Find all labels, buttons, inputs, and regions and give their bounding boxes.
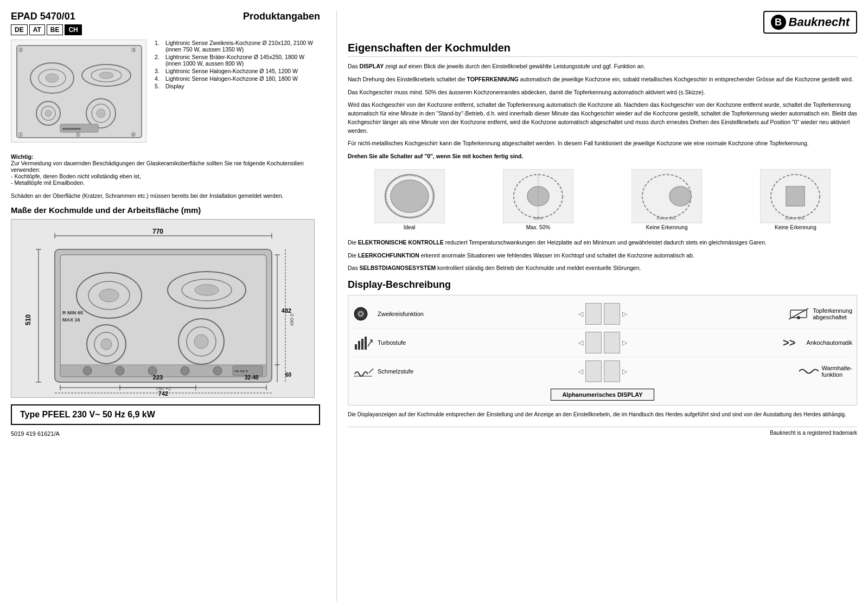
svg-point-44 bbox=[83, 366, 92, 375]
svg-text:③: ③ bbox=[131, 47, 136, 53]
svg-point-48 bbox=[213, 366, 222, 375]
svg-text:>>: >> bbox=[783, 337, 795, 349]
svg-text:MAX 16: MAX 16 bbox=[62, 317, 80, 323]
cookware-none1-img: Keine Erk. bbox=[631, 169, 702, 223]
doc-number: 5019 419 61621/A bbox=[11, 430, 320, 437]
topferkennung-off-label: Topferkennungabgeschaltet bbox=[813, 307, 852, 320]
warmhalte-icon bbox=[797, 363, 819, 379]
display-screen-1: ◁ ▷ bbox=[548, 303, 657, 325]
svg-point-42 bbox=[194, 334, 208, 349]
display-row-2-right: >> Ankochautomatik bbox=[657, 334, 853, 351]
svg-line-104 bbox=[369, 369, 373, 373]
svg-text:32-40: 32-40 bbox=[245, 375, 259, 381]
lang-be[interactable]: BE bbox=[47, 24, 63, 35]
topferkennung-off-icon bbox=[788, 306, 809, 322]
display-row-1-left: Zweikreisfunktion bbox=[353, 306, 548, 322]
svg-text:①: ① bbox=[18, 131, 23, 138]
feature-1: 1. Lightronic Sense Zweikreis-Kochzone Ø… bbox=[155, 40, 339, 53]
seg-display-3b bbox=[604, 360, 620, 382]
lang-at[interactable]: AT bbox=[29, 24, 45, 35]
svg-text:223: 223 bbox=[153, 374, 163, 381]
svg-point-17 bbox=[97, 109, 105, 118]
seg-display-1b bbox=[604, 303, 620, 325]
svg-text:750 +2: 750 +2 bbox=[156, 386, 171, 391]
para-selbst: Das SELBSTDIAGNOSESYSTEM kontrolliert st… bbox=[348, 264, 857, 273]
footer-note: Die Displayanzeigen auf der Kochmulde en… bbox=[348, 411, 857, 418]
feature-2: 2. Lightronic Sense Bräter-Kochzone Ø 14… bbox=[155, 54, 339, 67]
display-row-3-right: Warmhalte-funktion bbox=[657, 363, 853, 379]
display-row-1: Zweikreisfunktion ◁ ▷ Topferkennungabges… bbox=[353, 300, 852, 328]
svg-point-8 bbox=[46, 74, 59, 82]
svg-rect-87 bbox=[786, 186, 805, 206]
cookware-none2-label: Keine Erkennung bbox=[760, 224, 831, 230]
turbo-icon bbox=[353, 334, 374, 351]
cookware-max50-img: 50% bbox=[503, 169, 573, 223]
ankoch-label: Ankochautomatik bbox=[807, 339, 852, 346]
display-row-3-left: Schmelzstufe bbox=[353, 363, 548, 379]
lang-ch[interactable]: CH bbox=[65, 24, 81, 35]
svg-text:490 0: 490 0 bbox=[289, 314, 295, 326]
language-badges: DE AT BE CH bbox=[11, 24, 82, 35]
warning-body: Zur Vermeidung von dauernden Beschädigun… bbox=[11, 160, 304, 186]
warmhalte-label: Warmhalte-funktion bbox=[822, 365, 852, 378]
zweikreis-label: Zweikreisfunktion bbox=[378, 311, 424, 317]
lang-de[interactable]: DE bbox=[11, 24, 28, 35]
svg-point-45 bbox=[116, 366, 124, 375]
schmelz-label: Schmelzstufe bbox=[378, 368, 413, 375]
para-schalter: Drehen Sie alle Schalter auf "0", wenn S… bbox=[348, 152, 857, 161]
model-title: EPAD 5470/01 bbox=[11, 11, 82, 22]
cookware-row: Ideal 50% Max. 50% Keine E bbox=[348, 169, 857, 230]
ankoch-icon: >> bbox=[782, 334, 803, 351]
svg-point-83 bbox=[669, 186, 691, 206]
para-entfernt: Wird das Kochgeschirr von der Kochzone e… bbox=[348, 101, 857, 135]
svg-rect-96 bbox=[358, 341, 360, 350]
dimensions-title: Maße der Kochmulde und der Arbeitsfläche… bbox=[11, 205, 320, 215]
logo-container: B Bauknecht bbox=[763, 11, 857, 34]
para-50percent: Das Kochgeschirr muss mind. 50% des äuss… bbox=[348, 88, 857, 97]
seg-display-1a bbox=[585, 303, 602, 325]
seg-display-2a bbox=[585, 332, 602, 353]
features-list: 1. Lightronic Sense Zweikreis-Kochzone Ø… bbox=[155, 40, 339, 89]
trademark: Bauknecht is a registered trademark bbox=[348, 427, 857, 436]
display-section-title: Display-Beschreibung bbox=[348, 279, 857, 291]
eigenschaften-title: Eigenschaften der Kochmulden bbox=[348, 42, 857, 57]
cookware-max50-label: Max. 50% bbox=[503, 224, 573, 230]
cookware-none1-label: Keine Erkennung bbox=[631, 224, 702, 230]
feature-4: 4. Lightronic Sense Halogen-Kochzone Ø 1… bbox=[155, 75, 339, 82]
type-box: Type PFEEL 230 V~ 50 Hz 6,9 kW bbox=[11, 404, 320, 425]
svg-point-14 bbox=[45, 110, 52, 117]
svg-text:770: 770 bbox=[152, 228, 163, 235]
svg-rect-97 bbox=[361, 339, 363, 350]
display-screen-2: ◁ ▷ bbox=[548, 332, 657, 353]
turbo-label: Turbostufe bbox=[378, 339, 406, 346]
cooktop-svg: ② ③ ① ④ ⑤ bbox=[11, 40, 147, 143]
svg-point-91 bbox=[360, 313, 362, 315]
feature-3: 3. Lightronic Sense Halogen-Kochzone Ø 1… bbox=[155, 68, 339, 74]
svg-point-33 bbox=[99, 289, 119, 302]
alphanumeric-label: Alphanumerisches DISPLAY bbox=[551, 389, 654, 401]
display-rows-container: Zweikreisfunktion ◁ ▷ Topferkennungabges… bbox=[348, 295, 857, 405]
cookware-ideal: Ideal bbox=[374, 169, 445, 230]
seg-display-3a bbox=[585, 360, 602, 382]
para-elektronisch: Die ELEKTRONISCHE KONTROLLE reduziert Te… bbox=[348, 239, 857, 247]
product-diagram: ② ③ ① ④ ⑤ bbox=[11, 40, 146, 143]
svg-text:②: ② bbox=[18, 47, 23, 53]
cookware-ideal-img bbox=[374, 169, 445, 223]
seg-display-2b bbox=[604, 332, 620, 353]
cookware-none2-img: Keine Erk. bbox=[760, 169, 831, 223]
para-nicht-metallisch: Für nicht-metallisches Kochgeschirr kann… bbox=[348, 139, 857, 148]
display-row-2: Turbostufe ◁ ▷ >> Ankochautomatik bbox=[353, 328, 852, 357]
cookware-ideal-label: Ideal bbox=[374, 224, 445, 230]
svg-text:■■■■■■■■: ■■■■■■■■ bbox=[62, 127, 81, 131]
cookware-none1: Keine Erk. Keine Erkennung bbox=[631, 169, 702, 230]
para-topferkennung: Nach Drehung des Einstellknebels schalte… bbox=[348, 75, 857, 84]
svg-point-36 bbox=[195, 285, 219, 295]
zweikreis-icon bbox=[353, 306, 374, 322]
svg-text:④: ④ bbox=[131, 131, 136, 138]
svg-text:510: 510 bbox=[24, 314, 32, 325]
display-row-1-right: Topferkennungabgeschaltet bbox=[657, 306, 853, 322]
svg-text:■■ ■■ ■: ■■ ■■ ■ bbox=[234, 369, 248, 373]
para-display: Das DISPLAY zeigt auf einen Blick die je… bbox=[348, 62, 857, 71]
damage-text: Schäden an der Oberfläche (Kratzer, Schr… bbox=[11, 192, 320, 199]
svg-point-47 bbox=[181, 366, 189, 375]
